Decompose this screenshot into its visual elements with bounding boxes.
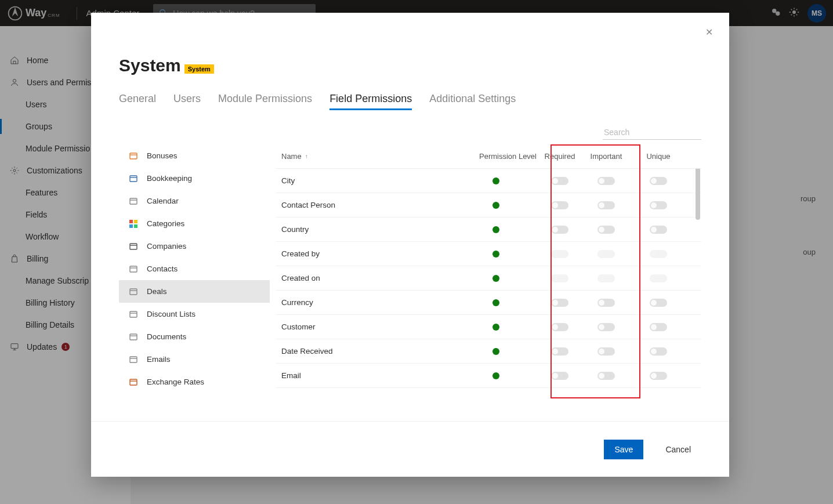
field-name: Email xyxy=(276,371,455,380)
module-companies[interactable]: Companies xyxy=(119,235,270,258)
module-documents[interactable]: Documents xyxy=(119,325,270,348)
module-label: Documents xyxy=(147,332,186,341)
toggle-required[interactable] xyxy=(551,201,568,209)
tab-general[interactable]: General xyxy=(119,93,156,110)
module-list[interactable]: BonusesBookkeepingCalendarCategoriesComp… xyxy=(119,144,270,421)
module-bonuses[interactable]: Bonuses xyxy=(119,144,270,167)
field-row: Country xyxy=(276,217,701,242)
toggle-important[interactable] xyxy=(597,323,615,331)
field-name: Created on xyxy=(276,274,455,282)
field-row: Date Received xyxy=(276,339,701,364)
modal-header: System System xyxy=(119,56,701,75)
permission-level-indicator[interactable] xyxy=(492,348,499,355)
module-deals[interactable]: Deals xyxy=(119,280,270,303)
toggle-required[interactable] xyxy=(551,347,568,356)
col-name[interactable]: Name↑ xyxy=(276,152,455,161)
toggle-important[interactable] xyxy=(597,347,615,356)
toggle-important[interactable] xyxy=(597,226,615,234)
toggle-required[interactable] xyxy=(551,299,568,307)
permission-level-indicator[interactable] xyxy=(492,202,499,209)
modal-footer: Save Cancel xyxy=(91,421,729,477)
col-important[interactable]: Important xyxy=(583,152,629,161)
toggle-unique[interactable] xyxy=(650,372,667,380)
modal-title: System xyxy=(119,56,181,75)
toggle-required[interactable] xyxy=(551,226,568,234)
svg-rect-20 xyxy=(129,224,133,228)
toggle-unique[interactable] xyxy=(650,347,667,356)
toggle-important[interactable] xyxy=(597,177,615,185)
toggle-unique xyxy=(650,250,667,258)
sort-asc-icon: ↑ xyxy=(305,153,308,159)
toggle-required xyxy=(551,250,568,258)
toggle-unique[interactable] xyxy=(650,226,667,234)
module-exchange-rates[interactable]: Exchange Rates xyxy=(119,371,270,393)
field-name: City xyxy=(276,176,455,185)
module-discount-lists[interactable]: Discount Lists xyxy=(119,303,270,325)
toggle-unique xyxy=(650,274,667,282)
svg-rect-28 xyxy=(130,311,137,317)
field-row: Created on xyxy=(276,266,701,291)
permission-level-indicator[interactable] xyxy=(492,299,499,306)
permission-level-indicator[interactable] xyxy=(492,177,499,184)
svg-rect-32 xyxy=(130,357,137,362)
module-calendar[interactable]: Calendar xyxy=(119,190,270,212)
panel: BonusesBookkeepingCalendarCategoriesComp… xyxy=(119,144,701,421)
module-label: Deals xyxy=(147,287,167,296)
toggle-unique[interactable] xyxy=(650,323,667,331)
field-search-input[interactable] xyxy=(603,125,701,140)
field-grid[interactable]: Name↑ Permission Level Required Importan… xyxy=(276,144,701,421)
module-emails[interactable]: Emails xyxy=(119,348,270,371)
module-label: Discount Lists xyxy=(147,310,195,318)
module-categories[interactable]: Categories xyxy=(119,212,270,235)
module-label: Emails xyxy=(147,355,171,364)
permission-level-indicator[interactable] xyxy=(492,372,499,379)
module-label: Categories xyxy=(147,219,184,228)
permission-level-indicator[interactable] xyxy=(492,275,499,282)
permission-level-indicator[interactable] xyxy=(492,324,499,331)
toggle-important[interactable] xyxy=(597,201,615,209)
svg-rect-26 xyxy=(130,289,137,295)
col-required[interactable]: Required xyxy=(537,152,583,161)
field-name: Contact Person xyxy=(276,201,455,209)
tab-field-permissions[interactable]: Field Permissions xyxy=(329,93,412,110)
toggle-important[interactable] xyxy=(597,372,615,380)
module-contacts[interactable]: Contacts xyxy=(119,258,270,280)
module-label: Calendar xyxy=(147,197,179,205)
field-row: Email xyxy=(276,364,701,388)
cancel-button[interactable]: Cancel xyxy=(655,440,701,459)
module-icon xyxy=(128,219,139,229)
field-name: Created by xyxy=(276,249,455,258)
tab-additional-settings[interactable]: Additional Settings xyxy=(429,93,516,110)
col-unique[interactable]: Unique xyxy=(629,152,687,161)
field-name: Customer xyxy=(276,322,455,331)
module-icon xyxy=(128,332,139,342)
toggle-unique[interactable] xyxy=(650,201,667,209)
close-button[interactable]: ✕ xyxy=(705,27,713,38)
module-label: Exchange Rates xyxy=(147,378,204,386)
field-row: Created by xyxy=(276,242,701,266)
save-button[interactable]: Save xyxy=(604,440,643,459)
svg-rect-21 xyxy=(134,224,137,228)
toggle-unique[interactable] xyxy=(650,299,667,307)
svg-rect-34 xyxy=(130,379,137,385)
toggle-required[interactable] xyxy=(551,372,568,380)
field-row: Contact Person xyxy=(276,193,701,217)
toggle-important[interactable] xyxy=(597,299,615,307)
permission-level-indicator[interactable] xyxy=(492,226,499,233)
field-row: Customer xyxy=(276,315,701,339)
permission-level-indicator[interactable] xyxy=(492,251,499,258)
svg-rect-30 xyxy=(130,334,137,340)
tab-module-permissions[interactable]: Module Permissions xyxy=(218,93,312,110)
toggle-unique[interactable] xyxy=(650,177,667,185)
tab-users[interactable]: Users xyxy=(173,93,201,110)
toggle-required[interactable] xyxy=(551,323,568,331)
module-icon xyxy=(128,309,139,320)
module-bookkeeping[interactable]: Bookkeeping xyxy=(119,167,270,190)
toggle-required[interactable] xyxy=(551,177,568,185)
field-name: Currency xyxy=(276,298,455,307)
module-icon xyxy=(128,196,139,206)
module-icon xyxy=(128,377,139,387)
module-icon xyxy=(128,264,139,274)
field-name: Date Received xyxy=(276,347,455,356)
col-permission-level[interactable]: Permission Level xyxy=(455,152,537,161)
